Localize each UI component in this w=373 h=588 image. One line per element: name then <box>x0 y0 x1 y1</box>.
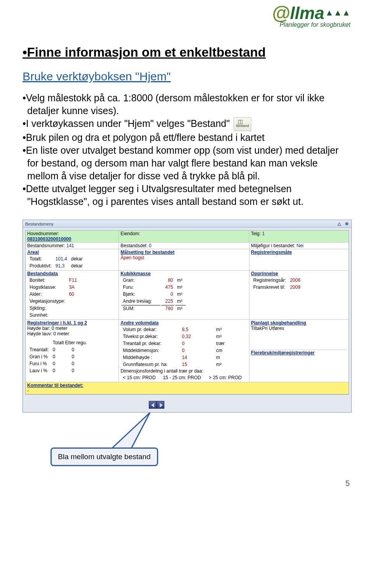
embedded-screenshot: Bestandsmeny △ ⊗ Hovednummer: 0831000320… <box>23 220 352 479</box>
page-title: •Finne informasjon om et enkeltbestand <box>23 45 350 60</box>
bullet-item: •Dette utvalget legger seg i Utvalgsresu… <box>23 182 350 208</box>
hovednummer-label: Hovednummer: <box>27 231 117 236</box>
eiendom-label: Eiendom: <box>119 231 249 243</box>
window-bestandsmeny: Bestandsmeny △ ⊗ Hovednummer: 0831000320… <box>23 220 352 413</box>
logo-at-icon: @ <box>272 5 290 21</box>
svg-marker-0 <box>151 403 154 408</box>
window-title: Bestandsmeny <box>25 222 54 226</box>
bullet-item: •I verktøykassen under "Hjem" velges "Be… <box>23 117 350 131</box>
bullet-item: •Velg målestokk på ca. 1:8000 (dersom må… <box>23 92 350 117</box>
registreringer-header: Registreringer i h.kl. 1 og 2 <box>27 320 117 326</box>
window-titlebar: Bestandsmeny △ ⊗ <box>23 220 351 228</box>
callout-box: Bla mellom utvalgte bestand <box>51 448 158 466</box>
areal-header: Areal <box>27 250 117 255</box>
planlagt-header: Planlagt skogbehandling <box>251 320 347 326</box>
minimize-icon[interactable]: △ <box>336 221 342 226</box>
page-number: 5 <box>345 479 350 488</box>
next-arrow-button[interactable] <box>157 401 164 409</box>
logo-text: llma <box>290 5 324 21</box>
callout-tail-icon <box>104 413 159 451</box>
bullet-item: •Bruk pilen og dra et polygon på ett/fle… <box>23 131 350 144</box>
andrevolum-header: Andre volumdata <box>120 320 248 326</box>
malsetting-header: Målsetting for bestandet <box>120 250 248 255</box>
close-icon[interactable]: ⊗ <box>343 221 350 226</box>
malsetting-value: Åpen hogst <box>120 255 248 260</box>
kubikkmasse-header: Kubikkmasse <box>120 271 248 276</box>
prev-arrow-button[interactable] <box>149 401 157 409</box>
opprinnelse-header: Opprinnelse <box>251 271 347 276</box>
svg-marker-1 <box>160 403 163 408</box>
teig-cell: Teig: 1 <box>249 231 349 243</box>
registreringsmate-header: Registreringsmåte <box>251 250 347 255</box>
page-subtitle: Bruke verktøyboksen "Hjem" <box>23 70 350 83</box>
trees-icon: ▲▲▲ <box>325 9 350 17</box>
kommentar-header: Kommentar til bestandet: <box>27 383 84 388</box>
callout-text: Bla mellom utvalgte bestand <box>58 453 151 461</box>
logo: @ llma ▲▲▲ Planlegger for skogbruket <box>272 5 350 28</box>
bullet-item: •En liste over utvalget bestand kommer o… <box>23 144 350 182</box>
bullet-list: •Velg målestokk på ca. 1:8000 (dersom må… <box>23 92 350 208</box>
flerebruk-header: Flerebruk/miljøregistreringer <box>251 350 347 356</box>
hovednummer-value[interactable]: 08310003200010000 <box>27 236 117 242</box>
bestand-tool-icon: ◫Bestand <box>234 117 251 131</box>
logo-subtitle: Planlegger for skogbruket <box>272 21 350 28</box>
bestandsdata-header: Bestandsdata <box>27 271 117 276</box>
nav-arrows <box>149 401 349 410</box>
svg-marker-2 <box>112 413 150 448</box>
